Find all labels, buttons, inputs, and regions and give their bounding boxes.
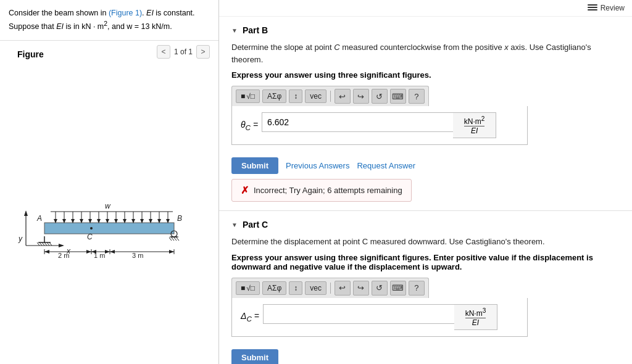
svg-marker-2 (24, 210, 28, 216)
figure-link[interactable]: (Figure 1) (109, 9, 142, 17)
w-label: w (105, 202, 111, 210)
updown-text-b: ↕ (294, 92, 297, 101)
a-label: A (36, 214, 42, 223)
svg-line-18 (172, 238, 174, 241)
undo-btn-c[interactable]: ↩ (335, 281, 351, 296)
part-c-collapse-btn[interactable]: ▼ (231, 221, 238, 228)
part-c-answer-label: ΔC = (241, 311, 263, 323)
vec-btn-b[interactable]: vec (305, 89, 326, 103)
keyboard-icon-b: ⌨ (392, 92, 404, 101)
ei2-label: EI (56, 22, 64, 31)
review-bar: Review (219, 0, 632, 17)
part-c-answer-row: ΔC = kN·m3EI (241, 304, 518, 330)
svg-marker-60 (105, 250, 110, 254)
symbol-btn-b[interactable]: ΑΣφ (262, 89, 286, 103)
c-label: C (87, 233, 93, 241)
part-c-input-wrap: kN·m3EI (263, 304, 497, 330)
part-b-error-box: ✗ Incorrect; Try Again; 6 attempts remai… (231, 179, 412, 202)
redo-icon-c: ↪ (357, 283, 364, 292)
sqrt-icon-c: ■ (241, 284, 245, 292)
part-c-toolbar: ■ √□ ΑΣφ ↕ vec ↩ ↪ ↺ ⌨ (231, 278, 429, 298)
prev-figure-btn[interactable]: < (157, 45, 170, 59)
symbol-btn-c[interactable]: ΑΣφ (262, 281, 286, 295)
part-c-submit-btn[interactable]: Submit (231, 349, 278, 365)
part-b-title: Part B (243, 25, 268, 35)
problem-statement: Consider the beam shown in (Figure 1). E… (0, 0, 218, 41)
dim3-label: 3 m (132, 252, 143, 259)
symbol-text-c: ΑΣφ (267, 284, 281, 292)
sqrt-text-c: √□ (246, 284, 255, 292)
problem-text-line2: . (142, 9, 146, 17)
undo-icon-c: ↩ (339, 283, 346, 292)
vec-text-b: vec (310, 92, 322, 101)
sep1-c (330, 283, 331, 294)
svg-marker-58 (86, 250, 91, 254)
refresh-icon-c: ↺ (376, 283, 383, 292)
figure-area: y x A C (0, 59, 218, 364)
redo-btn-c[interactable]: ↪ (353, 281, 369, 296)
part-c-input[interactable] (263, 304, 454, 324)
problem-text-line6: , and w = 13 kN/m. (107, 22, 172, 31)
figure-count: 1 of 1 (174, 48, 193, 56)
figure-label: Figure (9, 44, 52, 59)
keyboard-btn-b[interactable]: ⌨ (390, 89, 406, 104)
undo-btn-b[interactable]: ↩ (335, 89, 351, 104)
sqrt-icon-b: ■ (241, 92, 245, 101)
part-c-units-text: kN·m3EI (465, 307, 486, 327)
part-c-section: ▼ Part C Determine the displacement at p… (219, 211, 632, 364)
svg-marker-61 (110, 250, 115, 254)
sqrt-btn-c[interactable]: ■ √□ (236, 281, 260, 295)
error-text-b: Incorrect; Try Again; 6 attempts remaini… (254, 186, 402, 195)
part-b-section: ▼ Part B Determine the slope at point C … (219, 17, 632, 211)
part-b-input[interactable]: 6.602 (262, 112, 453, 132)
part-c-instruction: Express your answer using three signific… (231, 253, 620, 271)
part-b-collapse-btn[interactable]: ▼ (231, 27, 238, 34)
b-label: B (177, 214, 182, 223)
part-b-description: Determine the slope at point C measured … (231, 41, 620, 65)
part-c-description: Determine the displacement at point C me… (231, 236, 620, 248)
part-b-answer-row: θC = 6.602 kN·m2EI (241, 112, 518, 138)
part-b-actions: Submit Previous Answers Request Answer (231, 157, 620, 174)
help-btn-c[interactable]: ? (409, 281, 425, 296)
updown-text-c: ↕ (294, 284, 297, 292)
vec-text-c: vec (310, 284, 322, 292)
sep1-b (330, 91, 331, 102)
next-figure-btn[interactable]: > (196, 45, 210, 59)
refresh-icon-b: ↺ (376, 92, 383, 101)
keyboard-icon-c: ⌨ (392, 283, 404, 292)
vec-btn-c[interactable]: vec (305, 281, 326, 295)
updown-btn-c[interactable]: ↕ (289, 281, 302, 295)
svg-line-17 (169, 238, 172, 241)
part-b-units: kN·m2EI (453, 112, 496, 138)
svg-rect-12 (44, 223, 174, 234)
refresh-btn-c[interactable]: ↺ (372, 281, 388, 296)
problem-text-line5: is in kN · m (64, 22, 104, 31)
sqrt-text-b: √□ (246, 92, 255, 101)
ei-label: EI (146, 9, 154, 17)
part-c-actions: Submit (231, 349, 620, 365)
help-text-b: ? (414, 92, 418, 101)
part-b-header: ▼ Part B (231, 25, 620, 35)
redo-btn-b[interactable]: ↪ (353, 89, 369, 104)
part-b-request-answer-btn[interactable]: Request Answer (357, 161, 415, 170)
sqrt-btn-b[interactable]: ■ √□ (236, 89, 260, 103)
help-btn-b[interactable]: ? (409, 89, 425, 104)
problem-text-line3: is constant. (154, 9, 195, 17)
beam-svg: y x A C (14, 150, 205, 273)
part-b-previous-answers-btn[interactable]: Previous Answers (286, 161, 349, 170)
left-panel: Consider the beam shown in (Figure 1). E… (0, 0, 219, 364)
svg-line-20 (177, 238, 179, 241)
part-b-submit-btn[interactable]: Submit (231, 157, 278, 174)
part-b-input-wrap: 6.602 kN·m2EI (262, 112, 496, 138)
svg-point-13 (90, 227, 93, 230)
part-c-header: ▼ Part C (231, 220, 620, 230)
review-button[interactable]: Review (588, 4, 625, 12)
updown-btn-b[interactable]: ↕ (289, 89, 302, 103)
refresh-btn-b[interactable]: ↺ (372, 89, 388, 104)
svg-marker-62 (169, 250, 174, 254)
y-axis-label: y (18, 234, 23, 243)
keyboard-btn-c[interactable]: ⌨ (390, 281, 406, 296)
review-label: Review (601, 4, 625, 12)
svg-marker-3 (59, 244, 64, 247)
redo-icon-b: ↪ (357, 92, 364, 101)
